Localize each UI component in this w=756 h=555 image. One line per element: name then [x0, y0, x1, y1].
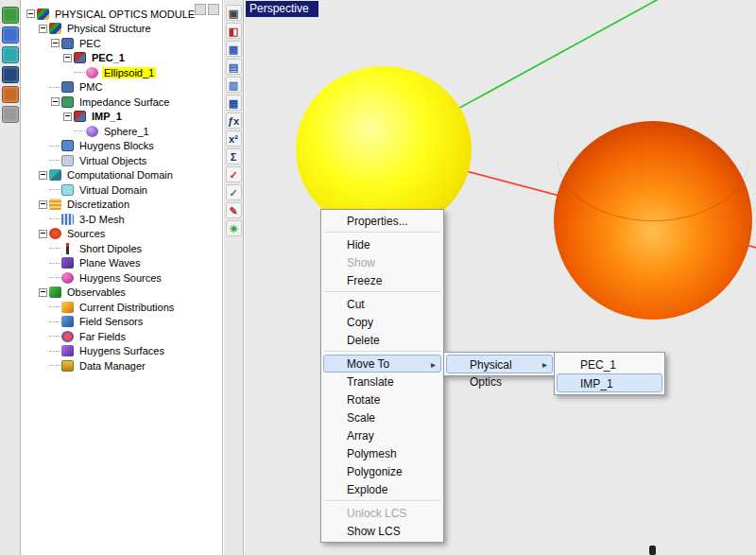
menu-item-show[interactable]: Show — [323, 253, 441, 271]
tree-indent — [25, 58, 61, 59]
tree-item-physical-optics-module[interactable]: PHYSICAL OPTICS MODULE — [25, 7, 222, 22]
tree-item-field-sensors[interactable]: Field Sensors — [25, 315, 222, 330]
tree-item-huygens-sources[interactable]: Huygens Sources — [25, 270, 222, 286]
layers-icon[interactable]: ▤ — [226, 59, 242, 75]
physical-optics-submenu: PEC_1IMP_1 — [554, 352, 665, 395]
menu-item-copy[interactable]: Copy — [323, 313, 441, 331]
tree-collapse-minus-icon[interactable] — [26, 9, 35, 18]
menu-item-label: Hide — [347, 238, 370, 251]
menu-item-label: PEC_1 — [580, 358, 616, 372]
tree-item-pec-1[interactable]: PEC_1 — [25, 51, 222, 66]
tree-item-computational-domain[interactable]: Computational Domain — [25, 168, 222, 183]
project-tree-panel: PHYSICAL OPTICS MODULEPhysical Structure… — [22, 0, 223, 555]
module-gray-icon[interactable] — [2, 106, 19, 123]
tree-indent — [25, 248, 49, 249]
palette-icon[interactable]: ◧ — [226, 23, 242, 39]
tree-connector — [49, 160, 60, 161]
grid-icon[interactable]: ▦ — [226, 41, 242, 57]
tree-collapse-minus-icon[interactable] — [39, 200, 47, 209]
tree-collapse-minus-icon[interactable] — [39, 288, 47, 297]
menu-separator — [324, 291, 440, 293]
sphere-object[interactable] — [554, 121, 752, 320]
menu-item-label: Freeze — [347, 274, 382, 287]
tree-collapse-minus-icon[interactable] — [51, 97, 60, 106]
tree-collapse-minus-icon[interactable] — [39, 230, 47, 238]
menu-item-translate[interactable]: Translate — [323, 373, 441, 390]
tree-item-sources[interactable]: Sources — [25, 227, 222, 242]
menu-item-imp-1[interactable]: IMP_1 — [557, 373, 662, 392]
menu-item-explode[interactable]: Explode — [323, 480, 441, 498]
pencil-icon[interactable]: ✎ — [226, 202, 242, 218]
ellipsoid-object[interactable] — [296, 66, 472, 233]
module-orange-icon[interactable] — [2, 86, 19, 103]
tree-item-pec[interactable]: PEC — [25, 36, 222, 51]
tree-item-observables[interactable]: Observables — [25, 286, 222, 301]
tree-item-impedance-surface[interactable]: Impedance Surface — [25, 95, 222, 110]
menu-item-properties[interactable]: Properties... — [323, 212, 441, 230]
menu-item-label: Rotate — [347, 393, 380, 407]
submenu-arrow-icon: ▸ — [431, 356, 436, 373]
tree-item-huygens-blocks[interactable]: Huygens Blocks — [25, 139, 222, 154]
snapshot-icon[interactable]: ▣ — [226, 5, 242, 21]
menu-item-label: Scale — [347, 411, 375, 425]
tree-expander-cell — [61, 113, 74, 121]
tree-connector — [49, 263, 60, 264]
tree-item-far-fields[interactable]: Far Fields — [25, 329, 222, 344]
module-green-icon[interactable] — [2, 7, 19, 24]
tree-item-label: Huygens Surfaces — [77, 345, 166, 356]
tree-item-plane-waves[interactable]: Plane Waves — [25, 256, 222, 271]
menu-item-array[interactable]: Array — [323, 426, 441, 444]
tree-indent — [25, 101, 49, 102]
tree-item-current-distributions[interactable]: Current Distributions — [25, 300, 222, 315]
tree-collapse-minus-icon[interactable] — [51, 39, 60, 47]
menu-item-physical-optics[interactable]: Physical Optics▸ — [446, 355, 553, 373]
tree-item-3-d-mesh[interactable]: 3-D Mesh — [25, 212, 222, 227]
menu-item-show-lcs[interactable]: Show LCS — [323, 522, 441, 540]
menu-item-unlock-lcs[interactable]: Unlock LCS — [323, 504, 441, 522]
tree-indent — [25, 72, 74, 73]
sigma-icon[interactable]: Σ — [226, 148, 242, 165]
menu-item-pec-1[interactable]: PEC_1 — [557, 355, 662, 373]
panel-options-button[interactable] — [195, 4, 206, 15]
tree-collapse-minus-icon[interactable] — [63, 54, 72, 62]
table-icon[interactable]: ▥ — [226, 77, 242, 93]
menu-item-freeze[interactable]: Freeze — [323, 271, 441, 289]
tree-item-label: Observables — [65, 286, 128, 298]
tree-item-label: Sphere_1 — [102, 126, 151, 137]
x-squared-icon[interactable]: x² — [226, 130, 242, 147]
check-red-icon[interactable]: ✓ — [226, 166, 242, 182]
menu-item-delete[interactable]: Delete — [323, 331, 441, 349]
module-teal-icon[interactable] — [2, 46, 19, 63]
menu-item-cut[interactable]: Cut — [323, 295, 441, 313]
check-gray-icon[interactable]: ✓ — [226, 184, 242, 200]
menu-item-rotate[interactable]: Rotate — [323, 390, 441, 408]
sensor-icon — [61, 316, 74, 327]
tree-item-imp-1[interactable]: IMP_1 — [25, 110, 222, 125]
star-green-icon[interactable]: ✳ — [226, 220, 242, 236]
menu-item-move-to[interactable]: Move To▸ — [323, 355, 441, 373]
tree-item-pmc[interactable]: PMC — [25, 80, 222, 95]
tree-item-short-dipoles[interactable]: Short Dipoles — [25, 241, 222, 256]
tree-item-discretization[interactable]: Discretization — [25, 198, 222, 213]
tree-item-virtual-domain[interactable]: Virtual Domain — [25, 182, 222, 198]
matrix-icon[interactable]: ▦ — [226, 95, 242, 111]
tree-item-ellipsoid-1[interactable]: Ellipsoid_1 — [25, 65, 222, 80]
menu-item-hide[interactable]: Hide — [323, 235, 441, 253]
tree-item-data-manager[interactable]: Data Manager — [25, 358, 222, 373]
tree-collapse-minus-icon[interactable] — [39, 25, 47, 33]
tree-indent — [25, 263, 49, 264]
tree-item-huygens-surfaces[interactable]: Huygens Surfaces — [25, 344, 222, 359]
tree-item-physical-structure[interactable]: Physical Structure — [25, 22, 222, 37]
module-navy-icon[interactable] — [2, 66, 19, 83]
menu-item-polygonize[interactable]: Polygonize — [323, 462, 441, 480]
menu-item-polymesh[interactable]: Polymesh — [323, 444, 441, 462]
fx-icon[interactable]: ƒx — [226, 113, 242, 129]
module-blue-icon[interactable] — [2, 26, 19, 43]
tree-item-virtual-objects[interactable]: Virtual Objects — [25, 153, 222, 168]
tree-item-sphere-1[interactable]: Sphere_1 — [25, 124, 222, 139]
tree-collapse-minus-icon[interactable] — [39, 171, 47, 180]
tree-collapse-minus-icon[interactable] — [63, 113, 72, 121]
panel-pin-button[interactable] — [208, 4, 219, 15]
menu-item-scale[interactable]: Scale — [323, 408, 441, 426]
move-to-submenu: Physical Optics▸ — [443, 352, 556, 376]
